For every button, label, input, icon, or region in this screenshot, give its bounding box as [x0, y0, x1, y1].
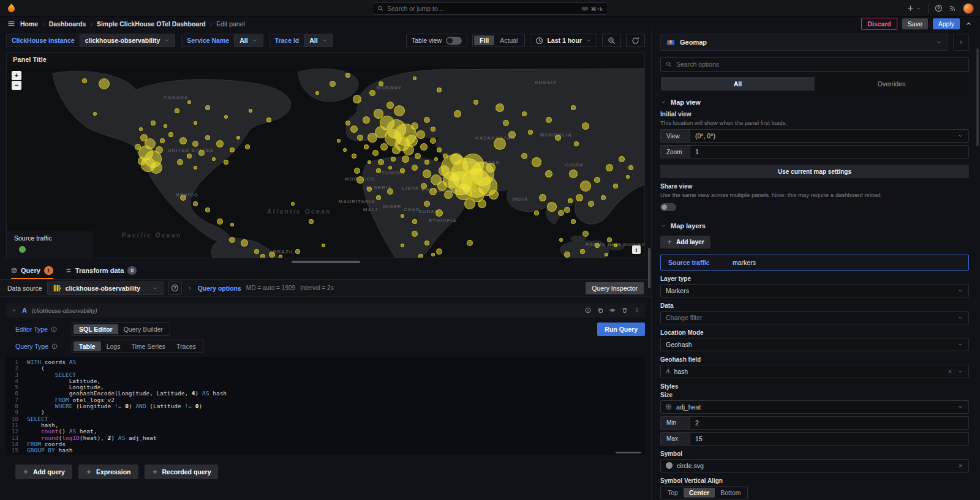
- map-data-marker: [614, 244, 617, 247]
- drag-query-icon[interactable]: [634, 307, 640, 313]
- options-scrollbar-thumb[interactable]: [976, 48, 979, 146]
- run-query-button[interactable]: Run Query: [597, 323, 645, 336]
- hide-response-icon[interactable]: [609, 307, 616, 313]
- symbol-select[interactable]: circle.svg: [660, 459, 969, 472]
- map-data-marker: [375, 126, 387, 138]
- save-button[interactable]: Save: [902, 18, 928, 29]
- query-section-tabs: Query 1 Transform data 0: [0, 264, 651, 280]
- collapse-header-icon[interactable]: [965, 20, 973, 28]
- map-zoom-in-button[interactable]: +: [12, 71, 21, 80]
- global-search[interactable]: ⌘+k: [372, 2, 608, 15]
- variable-service-name[interactable]: Service Name All: [181, 34, 263, 47]
- size-select[interactable]: adj_heat: [660, 400, 969, 414]
- max-data-points-text: MD = auto = 1909: [246, 285, 295, 291]
- news-icon[interactable]: [949, 4, 957, 12]
- query-type-timeseries[interactable]: Time Series: [126, 341, 171, 351]
- query-inspector-button[interactable]: Query Inspector: [586, 282, 644, 294]
- refresh-button[interactable]: [626, 34, 645, 47]
- time-range-picker[interactable]: Last 1 hour: [530, 34, 597, 47]
- help-icon[interactable]: [935, 4, 943, 12]
- table-view-switch[interactable]: [446, 37, 462, 45]
- options-search-input[interactable]: [676, 61, 963, 68]
- actual-option[interactable]: Actual: [494, 35, 523, 45]
- remove-query-icon[interactable]: [622, 307, 628, 313]
- variable-clickhouse-instance[interactable]: ClickHouse instance clickhouse-observabi…: [6, 34, 175, 47]
- table-view-toggle[interactable]: Table view: [406, 34, 467, 47]
- collapse-query-icon[interactable]: [11, 307, 17, 313]
- tab-transform-data[interactable]: Transform data 0: [66, 264, 137, 279]
- add-query-button[interactable]: Add query: [15, 465, 72, 479]
- geohash-field-select[interactable]: A hash: [660, 365, 969, 378]
- map-data-marker: [212, 157, 216, 161]
- share-view-toggle[interactable]: [660, 203, 676, 211]
- tab-query[interactable]: Query 1: [11, 264, 53, 279]
- valign-top[interactable]: Top: [662, 488, 684, 498]
- tab-all-options[interactable]: All: [661, 77, 815, 91]
- user-avatar[interactable]: [963, 3, 974, 14]
- use-current-map-settings-button[interactable]: Use current map settings: [660, 165, 969, 178]
- discard-button[interactable]: Discard: [861, 18, 897, 30]
- fill-option[interactable]: Fill: [474, 35, 494, 45]
- duplicate-query-icon[interactable]: [597, 307, 603, 313]
- sql-editor[interactable]: 1WITH coords AS2 (3 SELECT4 Latitude,5 L…: [6, 357, 645, 455]
- clear-icon[interactable]: [947, 368, 953, 375]
- valign-center[interactable]: Center: [684, 488, 715, 498]
- panel-header[interactable]: Panel Title: [7, 53, 644, 66]
- variable-value[interactable]: All: [234, 34, 263, 47]
- query-type-table[interactable]: Table: [74, 341, 101, 351]
- view-select[interactable]: (0°, 0°): [690, 129, 969, 143]
- layer-type-select[interactable]: Markers: [660, 284, 969, 297]
- collapse-options-button[interactable]: [953, 34, 969, 51]
- menu-icon[interactable]: [7, 20, 15, 28]
- main-scrollbar-thumb[interactable]: [648, 248, 650, 288]
- editor-type-switch: SQL Editor Query Builder: [72, 323, 170, 336]
- query-help-icon[interactable]: [585, 307, 591, 313]
- max-input[interactable]: [690, 432, 969, 446]
- section-map-view[interactable]: Map view: [660, 99, 969, 106]
- editor-scrollbar[interactable]: [616, 452, 641, 453]
- time-zoom-out-button[interactable]: [602, 34, 621, 47]
- add-layer-button[interactable]: Add layer: [660, 236, 710, 248]
- options-search[interactable]: [660, 57, 969, 72]
- section-map-layers[interactable]: Map layers: [660, 222, 969, 229]
- add-recorded-query-button[interactable]: Recorded query: [145, 465, 219, 479]
- min-input[interactable]: [690, 416, 969, 430]
- datasource-help-button[interactable]: [168, 282, 182, 295]
- variable-value[interactable]: clickhouse-observability: [80, 34, 176, 47]
- datasource-picker[interactable]: clickhouse-observability: [47, 282, 164, 295]
- data-select[interactable]: Change filter: [660, 311, 969, 324]
- apply-button[interactable]: Apply: [933, 18, 960, 29]
- zoom-input[interactable]: [690, 145, 969, 159]
- query-row-a[interactable]: A (clickhouse-observability): [6, 303, 645, 318]
- map-zoom-out-button[interactable]: −: [12, 81, 21, 90]
- breadcrumb-dashboard-name[interactable]: Simple ClickHouse OTel Dashboard: [97, 20, 206, 28]
- query-options-link[interactable]: Query options: [198, 285, 241, 292]
- breadcrumb-home[interactable]: Home: [20, 20, 38, 28]
- layer-card-source-traffic[interactable]: Source traffic markers: [660, 255, 969, 271]
- breadcrumb-dashboards[interactable]: Dashboards: [49, 20, 86, 28]
- editor-type-sql[interactable]: SQL Editor: [74, 324, 118, 334]
- editor-type-builder[interactable]: Query Builder: [118, 324, 168, 334]
- location-mode-select[interactable]: Geohash: [660, 338, 969, 351]
- query-type-logs[interactable]: Logs: [101, 341, 126, 351]
- search-input[interactable]: [387, 5, 578, 12]
- add-expression-button[interactable]: Expression: [78, 465, 138, 479]
- visualization-picker[interactable]: Geomap: [660, 34, 948, 51]
- variable-trace-id[interactable]: Trace Id All: [270, 34, 333, 47]
- world-map[interactable]: CANADAUNITED STATESMEXICORUSSIAKAZAKHSTA…: [7, 66, 644, 258]
- layer-name[interactable]: Source traffic: [668, 259, 733, 266]
- panel-resize-handle[interactable]: [292, 261, 360, 263]
- tab-overrides[interactable]: Overrides: [815, 77, 968, 91]
- clear-icon[interactable]: [957, 463, 963, 469]
- info-circle-icon[interactable]: [51, 326, 57, 332]
- variable-value[interactable]: All: [304, 34, 333, 47]
- valign-bottom[interactable]: Bottom: [715, 488, 746, 498]
- info-circle-icon[interactable]: [51, 343, 58, 349]
- map-data-marker: [436, 248, 442, 255]
- new-button[interactable]: [907, 4, 922, 12]
- query-type-traces[interactable]: Traces: [171, 341, 202, 351]
- map-attribution-button[interactable]: i: [632, 245, 641, 254]
- map-data-marker: [315, 91, 319, 95]
- map-data-marker: [503, 120, 509, 126]
- grafana-logo[interactable]: [6, 3, 17, 13]
